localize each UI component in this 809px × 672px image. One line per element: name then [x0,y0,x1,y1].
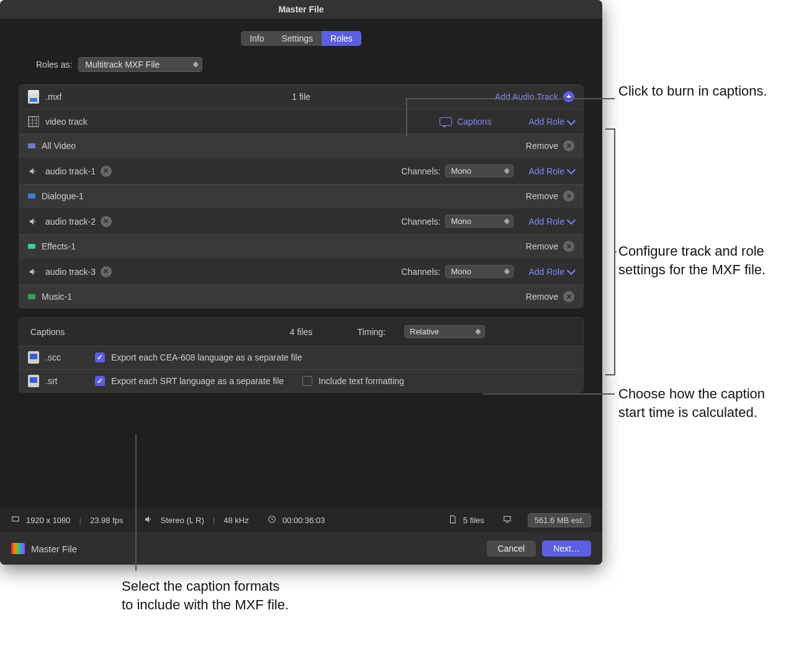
remove-role-2[interactable]: Remove [526,241,558,251]
chevron-down-icon[interactable] [567,266,576,275]
roles-as-label: Roles as: [36,60,72,69]
chevron-down-icon[interactable] [567,166,576,174]
channels-select-3[interactable]: Mono [445,265,513,278]
add-role-audio-1[interactable]: Add Role [528,166,564,176]
add-role-audio-3[interactable]: Add Role [528,267,564,277]
callout-line [406,98,615,99]
callout-line [615,251,617,253]
srt-export-checkbox[interactable] [95,376,105,386]
next-button[interactable]: Next… [542,540,591,557]
files-icon [448,515,457,526]
resolution-icon [11,515,20,526]
remove-track-1-icon[interactable]: ✕ [101,166,112,177]
role-swatch-3 [28,294,35,299]
svg-rect-0 [12,516,19,521]
status-resolution: 1920 x 1080 [26,516,71,525]
status-audio: Stereo (L R) [160,516,204,525]
role-swatch-1 [28,194,35,199]
remove-role-3[interactable]: Remove [526,292,558,302]
mxf-file-count: 1 file [292,92,310,102]
annotation-burn-captions: Click to burn in captions. [618,82,767,101]
footer-title: Master File [31,544,77,554]
srt-export-label: Export each SRT language as a separate f… [111,376,284,386]
tab-roles[interactable]: Roles [322,31,361,46]
channels-label-1: Channels: [401,166,440,176]
close-icon[interactable]: ✕ [563,291,574,302]
status-files: 5 files [463,516,484,525]
close-icon[interactable]: ✕ [563,140,574,151]
audio-track-2-label: audio track-2 [45,217,96,226]
srt-include-label: Include text formatting [319,376,404,386]
timing-select[interactable]: Relative [404,325,485,338]
speaker-icon [28,166,39,177]
remove-track-2-icon[interactable]: ✕ [101,216,112,227]
all-video-label: All Video [42,141,76,151]
close-icon[interactable]: ✕ [563,241,574,252]
scc-export-label: Export each CEA-608 language as a separa… [111,352,302,362]
footer: Master File Cancel Next… [0,532,602,565]
role-swatch-2 [28,244,35,249]
mxf-file-icon [28,91,39,102]
srt-ext: .srt [45,376,95,386]
annotation-configure-tracks: Configure track and role settings for th… [618,242,798,279]
captions-panel: Captions 4 files Timing: Relative .scc E… [19,317,584,393]
captions-burn-icon[interactable] [440,117,452,126]
status-bar: 1920 x 1080 | 23.98 fps Stereo (L R) | 4… [0,508,602,532]
video-track-label: video track [45,117,88,127]
speaker-icon [28,266,39,277]
annotation-caption-formats: Select the caption formats to include wi… [122,577,289,614]
captions-button[interactable]: Captions [457,117,491,127]
status-size: 561.6 MB est. [528,513,591,527]
chevron-down-icon[interactable] [567,116,576,125]
channels-select-1[interactable]: Mono [445,164,513,177]
role-music-1: Music-1 [42,292,72,302]
master-file-window: Master File Info Settings Roles Roles as… [0,0,602,565]
tab-segment[interactable]: Info Settings Roles [241,31,361,46]
callout-bracket [605,128,615,375]
speaker-icon [28,216,39,227]
close-icon[interactable]: ✕ [563,190,574,202]
roles-as-select[interactable]: Multitrack MXF File [78,57,202,72]
role-dialogue-1: Dialogue-1 [42,191,84,201]
srt-include-checkbox[interactable] [302,376,312,386]
tab-settings[interactable]: Settings [273,31,322,46]
monitor-icon [503,515,512,526]
chevron-down-icon[interactable] [567,216,576,225]
audio-track-1-label: audio track-1 [45,166,96,176]
window-title: Master File [278,4,323,14]
channels-label-2: Channels: [401,217,440,226]
remove-all-video[interactable]: Remove [526,141,558,151]
svg-rect-2 [504,516,511,521]
status-fps: 23.98 fps [90,516,124,525]
scc-file-icon [28,352,39,363]
callout-line [406,98,407,137]
remove-role-1[interactable]: Remove [526,191,558,201]
speaker-icon [144,514,154,526]
callout-line [135,434,137,571]
window-titlebar: Master File [0,0,602,19]
role-swatch-video [28,143,35,148]
captions-file-count: 4 files [290,327,313,337]
add-role-audio-2[interactable]: Add Role [528,217,564,226]
add-audio-track-button[interactable]: Add Audio Track [495,92,558,102]
tab-info[interactable]: Info [241,31,273,46]
role-effects-1: Effects-1 [42,241,76,251]
scc-ext: .scc [45,352,95,362]
timing-label: Timing: [358,327,386,337]
clock-icon [268,515,276,526]
srt-file-icon [28,375,39,387]
cancel-button[interactable]: Cancel [487,540,536,557]
callout-line [483,393,615,395]
remove-track-3-icon[interactable]: ✕ [101,266,112,277]
mxf-ext-label: .mxf [45,92,61,102]
app-icon [11,543,25,554]
channels-label-3: Channels: [401,267,440,277]
captions-header: Captions [30,327,65,337]
audio-track-3-label: audio track-3 [45,267,96,277]
status-duration: 00:00:36:03 [282,516,325,525]
status-rate: 48 kHz [224,516,248,525]
add-audio-plus-icon[interactable]: + [563,91,574,102]
add-role-video[interactable]: Add Role [528,117,564,127]
channels-select-2[interactable]: Mono [445,215,513,228]
scc-export-checkbox[interactable] [95,352,105,362]
